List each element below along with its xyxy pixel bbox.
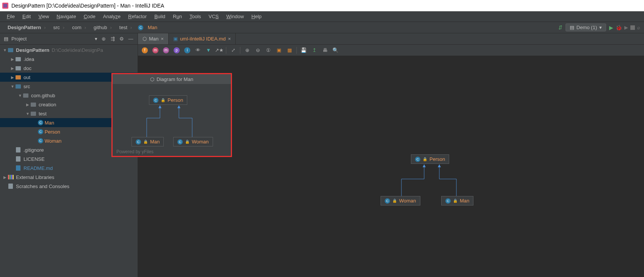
search-icon[interactable]: ⌕ (637, 25, 640, 30)
crumb-man[interactable]: C Man (136, 24, 160, 31)
tree-root[interactable]: ▼DesignPatternD:\Code\idea\DesignPa (0, 45, 138, 54)
filter-properties-icon[interactable]: p (173, 47, 180, 54)
menu-view[interactable]: View (34, 12, 53, 21)
dependencies-icon[interactable]: ▼ (205, 47, 212, 54)
menu-edit[interactable]: Edit (19, 12, 34, 21)
zoom-in-icon[interactable]: ⊕ (243, 47, 251, 54)
menu-file[interactable]: File (3, 12, 19, 21)
project-header: ▤ Project ▾ ⊕ ⇶ ⚙ — (0, 33, 138, 45)
menu-refactor[interactable]: Refactor (124, 12, 150, 21)
menu-navigate[interactable]: Navigate (53, 12, 80, 21)
crumb-com[interactable]: com› (68, 24, 88, 31)
layout-icon[interactable]: ⤢ (229, 47, 237, 54)
node-person[interactable]: C🔒Person (149, 95, 187, 105)
diagram-canvas[interactable]: ⬡ Diagram for Man C🔒Person C🔒Man C🔒Woman (138, 56, 644, 277)
node-man[interactable]: C🔒Man (132, 137, 164, 146)
export-icon[interactable]: ↥ (310, 47, 318, 54)
menu-run[interactable]: Run (169, 12, 186, 21)
tree-external-libraries[interactable]: ▶External Libraries (0, 173, 138, 182)
coverage-button[interactable]: ▶ (624, 25, 628, 30)
build-icon[interactable]: ⇵ (558, 25, 563, 30)
main-diagram[interactable]: C🔒Person C🔒Woman C🔒Man (381, 154, 487, 223)
close-icon[interactable]: × (228, 36, 231, 42)
zoom-actual-icon[interactable]: ① (265, 47, 272, 54)
breadcrumb: DesignPattern› src› com› github› test› C… (4, 24, 160, 31)
crumb-test[interactable]: test› (116, 24, 134, 31)
chevron-down-icon: ▾ (599, 25, 602, 30)
tab-label: uml-iIntelliJ IDEA.md (180, 36, 226, 42)
zoom-out-icon[interactable]: ⊖ (254, 47, 262, 54)
menu-window[interactable]: Window (223, 12, 248, 21)
node-woman-main[interactable]: C🔒Woman (381, 196, 420, 205)
tree-idea[interactable]: ▶.idea (0, 54, 138, 64)
powered-by-label: Powered by yFiles (116, 149, 154, 154)
filter-fields-icon[interactable]: f (141, 47, 149, 54)
menu-vcs[interactable]: VCS (205, 12, 223, 21)
tree-readme[interactable]: README.md (0, 163, 138, 173)
save-icon[interactable]: 💾 (300, 47, 307, 54)
locate-icon[interactable]: ⊕ (100, 36, 107, 42)
settings-icon[interactable]: ⚙ (119, 36, 125, 42)
menu-build[interactable]: Build (150, 12, 169, 21)
crumb-src[interactable]: src› (49, 24, 67, 31)
inheritance-arrows (113, 84, 233, 156)
tab-uml-md[interactable]: ▣ uml-iIntelliJ IDEA.md × (169, 33, 236, 44)
node-man-main[interactable]: C🔒Man (441, 196, 473, 205)
filter-inner-icon[interactable]: i (183, 47, 191, 54)
diagram-popup[interactable]: ⬡ Diagram for Man C🔒Person C🔒Man C🔒Woman (111, 73, 232, 157)
tree-doc[interactable]: ▶doc (0, 64, 138, 73)
hide-icon[interactable]: — (128, 36, 134, 42)
editor-area: ⬡ Man × ▣ uml-iIntelliJ IDEA.md × f m m … (138, 33, 644, 277)
crumb-github[interactable]: github› (90, 24, 114, 31)
run-configuration-selector[interactable]: ▤ Demo (1) ▾ (566, 23, 606, 31)
print-icon[interactable]: 🖶 (321, 47, 329, 54)
run-button[interactable]: ▶ (609, 25, 613, 31)
collapse-icon[interactable]: ⇶ (110, 36, 116, 42)
run-config-icon: ▤ (570, 25, 574, 30)
filter-methods-icon[interactable]: m (162, 47, 170, 54)
window-title: DesignPattern [D:\Code\idea\DesignPatter… (11, 3, 164, 9)
crumb-designpattern[interactable]: DesignPattern› (4, 24, 48, 31)
node-woman[interactable]: C🔒Woman (173, 137, 213, 146)
editor-tabs: ⬡ Man × ▣ uml-iIntelliJ IDEA.md × (138, 33, 644, 45)
fit-content-icon[interactable]: ▣ (275, 47, 283, 54)
menu-help[interactable]: Help (248, 12, 265, 21)
project-title[interactable]: Project (11, 36, 92, 42)
debug-button[interactable]: 🐞 (616, 25, 622, 31)
tab-label: Man (149, 36, 158, 42)
preview-icon[interactable]: 🔍 (332, 47, 339, 54)
project-view-icon: ▤ (4, 36, 8, 42)
uml-icon: ⬡ (150, 76, 154, 82)
diagram-popup-title: ⬡ Diagram for Man (113, 74, 231, 84)
close-icon[interactable]: × (161, 36, 164, 42)
stop-button[interactable] (630, 25, 635, 30)
tab-man-diagram[interactable]: ⬡ Man × (138, 33, 169, 44)
apply-layout-icon[interactable]: ▦ (286, 47, 293, 54)
window-titlebar: DesignPattern [D:\Code\idea\DesignPatter… (0, 0, 644, 11)
edge-mode-icon[interactable]: ↗★ (215, 47, 223, 54)
chevron-down-icon[interactable]: ▾ (95, 36, 97, 42)
markdown-icon: ▣ (173, 36, 178, 42)
filter-constructors-icon[interactable]: m (152, 47, 159, 54)
menu-tools[interactable]: Tools (186, 12, 205, 21)
navigation-bar: DesignPattern› src› com› github› test› C… (0, 22, 644, 33)
uml-icon: ⬡ (143, 36, 147, 42)
visibility-icon[interactable]: 👁 (194, 47, 202, 54)
menu-analyze[interactable]: Analyze (99, 12, 124, 21)
node-person-main[interactable]: C🔒Person (411, 154, 449, 164)
run-config-label: Demo (1) (577, 25, 597, 30)
menu-code[interactable]: Code (80, 12, 99, 21)
diagram-toolbar: f m m p i 👁 ▼ ↗★ ⤢ ⊕ ⊖ ① ▣ ▦ 💾 ↥ 🖶 🔍 (138, 45, 644, 56)
tree-scratches[interactable]: Scratches and Consoles (0, 182, 138, 191)
inheritance-arrows-main (381, 154, 487, 223)
intellij-logo-icon (2, 3, 8, 9)
main-menu: File Edit View Navigate Code Analyze Ref… (0, 11, 644, 22)
